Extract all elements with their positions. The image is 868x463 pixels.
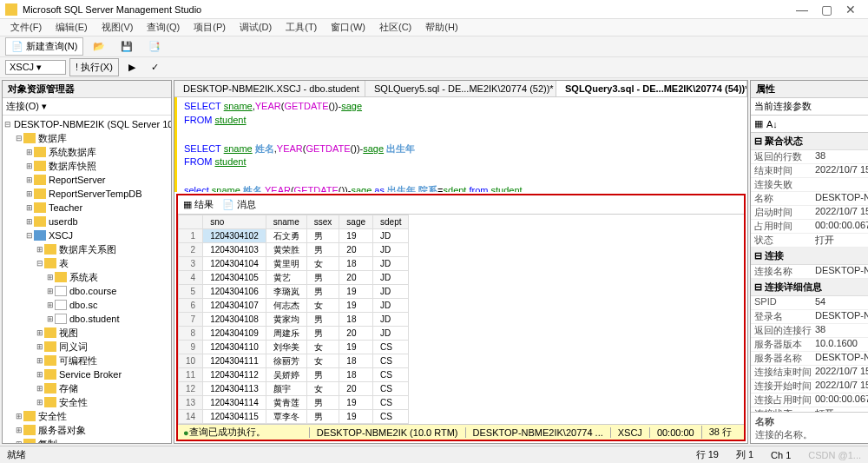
table-row[interactable]: 61204304107何志杰女19JD	[179, 299, 409, 313]
table-row[interactable]: 111204304112吴娇婷男18CS	[179, 368, 409, 382]
messages-tab[interactable]: 📄 消息	[222, 198, 256, 211]
cell[interactable]: 男	[306, 271, 339, 285]
cell[interactable]: 1204304106	[203, 285, 266, 299]
new-query-button[interactable]: 📄 新建查询(N)	[5, 37, 83, 56]
cell[interactable]: 男	[306, 229, 339, 243]
parse-icon[interactable]: ✓	[145, 59, 165, 76]
cell[interactable]: 黄里明	[266, 257, 306, 271]
tree-server[interactable]: ⊟DESKTOP-NBME2IK (SQL Server 10.0.160	[4, 117, 169, 131]
debug-icon[interactable]: ▶	[122, 59, 141, 76]
cell[interactable]: 颜宇	[266, 382, 306, 396]
property-row[interactable]: SPID54	[751, 296, 868, 310]
cell[interactable]: 1204304115	[203, 410, 266, 424]
tree-programmability[interactable]: ⊞可编程性	[4, 354, 169, 367]
tree-security-root[interactable]: ⊞安全性	[4, 409, 169, 423]
property-row[interactable]: 连接开始时间2022/10/7 15:30:54	[751, 380, 868, 394]
cell[interactable]: JD	[373, 229, 409, 243]
cell[interactable]: 1204304112	[203, 368, 266, 382]
tree-db[interactable]: ⊞ReportServerTempDB	[4, 187, 169, 201]
table-row[interactable]: 91204304110刘华美女19CS	[179, 341, 409, 354]
save-icon[interactable]: 💾	[115, 38, 139, 55]
document-tab[interactable]: SQLQuery5.sql - DE...ME2IK\20774 (52))*	[365, 81, 556, 96]
cell[interactable]: 18	[339, 354, 373, 368]
cell[interactable]: 吴娇婷	[266, 368, 306, 382]
tree-diagrams[interactable]: ⊞数据库关系图	[4, 242, 169, 256]
tree-table[interactable]: ⊞dbo.sc	[4, 298, 169, 312]
tree-db[interactable]: ⊞userdb	[4, 215, 169, 228]
cell[interactable]: CS	[373, 410, 409, 424]
cell[interactable]: 男	[306, 368, 339, 382]
property-row[interactable]: 结束时间2022/10/7 15:30:54	[751, 164, 868, 178]
col-header[interactable]: sno	[203, 215, 266, 229]
cell[interactable]: 1204304110	[203, 341, 266, 354]
execute-button[interactable]: ! 执行(X)	[69, 58, 119, 76]
table-row[interactable]: 51204304106李璐岚男19JD	[179, 285, 409, 299]
results-grid[interactable]: snosnamessexsagesdept11204304102石文勇男19JD…	[178, 215, 744, 424]
cell[interactable]: 周建乐	[266, 327, 306, 341]
cell[interactable]: 1204304114	[203, 396, 266, 410]
menu-item[interactable]: 查询(Q)	[141, 19, 185, 36]
property-row[interactable]: 占用时间00:00:00.067	[751, 220, 868, 234]
cell[interactable]: 黄荣胜	[266, 243, 306, 257]
close-button[interactable]: ✕	[838, 3, 863, 17]
table-row[interactable]: 101204304111徐丽芳女18CS	[179, 354, 409, 368]
tree-db[interactable]: ⊞ReportServer	[4, 173, 169, 187]
cell[interactable]: JD	[373, 327, 409, 341]
cell[interactable]: 黄青莲	[266, 396, 306, 410]
cell[interactable]: 19	[339, 229, 373, 243]
cell[interactable]: 19	[339, 285, 373, 299]
cell[interactable]: 20	[339, 271, 373, 285]
document-tab[interactable]: DESKTOP-NBME2IK.XSCJ - dbo.student	[174, 81, 365, 96]
cell[interactable]: 女	[306, 354, 339, 368]
property-row[interactable]: 连接占用时间00:00:00.067	[751, 394, 868, 407]
menu-item[interactable]: 帮助(H)	[420, 19, 463, 36]
database-select[interactable]: XSCJ ▾	[5, 60, 66, 75]
property-category[interactable]: ⊟ 连接详细信息	[751, 279, 868, 296]
property-row[interactable]: 服务器版本10.0.1600	[751, 338, 868, 352]
cell[interactable]: CS	[373, 368, 409, 382]
cell[interactable]: 女	[306, 382, 339, 396]
tree-serverobj[interactable]: ⊞服务器对象	[4, 423, 169, 437]
cell[interactable]: CS	[373, 354, 409, 368]
property-row[interactable]: 连接名称DESKTOP-NBME2IK	[751, 265, 868, 279]
cell[interactable]: 徐丽芳	[266, 354, 306, 368]
maximize-button[interactable]: ▢	[814, 3, 838, 17]
table-row[interactable]: 131204304114黄青莲男19CS	[179, 396, 409, 410]
table-row[interactable]: 81204304109周建乐男20JD	[179, 327, 409, 341]
tree-sysdb[interactable]: ⊞系统数据库	[4, 145, 169, 159]
cell[interactable]: 何志杰	[266, 299, 306, 313]
cell[interactable]: 19	[339, 299, 373, 313]
tree-security[interactable]: ⊞安全性	[4, 395, 169, 409]
az-icon[interactable]: A↓	[766, 119, 778, 129]
cell[interactable]: 1204304105	[203, 271, 266, 285]
table-row[interactable]: 41204304105黄艺男20JD	[179, 271, 409, 285]
property-row[interactable]: 登录名DESKTOP-NBME2IK	[751, 310, 868, 324]
cell[interactable]: 20	[339, 327, 373, 341]
object-tree[interactable]: ⊟DESKTOP-NBME2IK (SQL Server 10.0.160⊟数据…	[3, 116, 171, 443]
menu-item[interactable]: 项目(P)	[188, 19, 231, 36]
menu-item[interactable]: 工具(T)	[280, 19, 322, 36]
results-tab[interactable]: ▦ 结果	[183, 198, 214, 211]
cell[interactable]: 男	[306, 327, 339, 341]
cell[interactable]: 男	[306, 396, 339, 410]
cell[interactable]: 18	[339, 368, 373, 382]
tree-db[interactable]: ⊞Teacher	[4, 201, 169, 215]
cell[interactable]: JD	[373, 257, 409, 271]
cell[interactable]: JD	[373, 243, 409, 257]
col-header[interactable]: ssex	[306, 215, 339, 229]
cell[interactable]: 女	[306, 299, 339, 313]
tree-databases[interactable]: ⊟数据库	[4, 131, 169, 145]
property-row[interactable]: 返回的行数38	[751, 150, 868, 164]
properties-grid[interactable]: ⊟ 聚合状态返回的行数38结束时间2022/10/7 15:30:54连接失败名…	[751, 133, 868, 412]
table-row[interactable]: 21204304103黄荣胜男20JD	[179, 243, 409, 257]
tree-systables[interactable]: ⊞系统表	[4, 270, 169, 284]
cell[interactable]: 1204304104	[203, 257, 266, 271]
cell[interactable]: 19	[339, 341, 373, 354]
cell[interactable]: 黄家均	[266, 313, 306, 327]
cell[interactable]: 李璐岚	[266, 285, 306, 299]
cell[interactable]: JD	[373, 313, 409, 327]
tree-db-xscj[interactable]: ⊟XSCJ	[4, 228, 169, 242]
cell[interactable]: 男	[306, 313, 339, 327]
tree-servicebroker[interactable]: ⊞Service Broker	[4, 367, 169, 381]
minimize-button[interactable]: —	[790, 3, 814, 17]
